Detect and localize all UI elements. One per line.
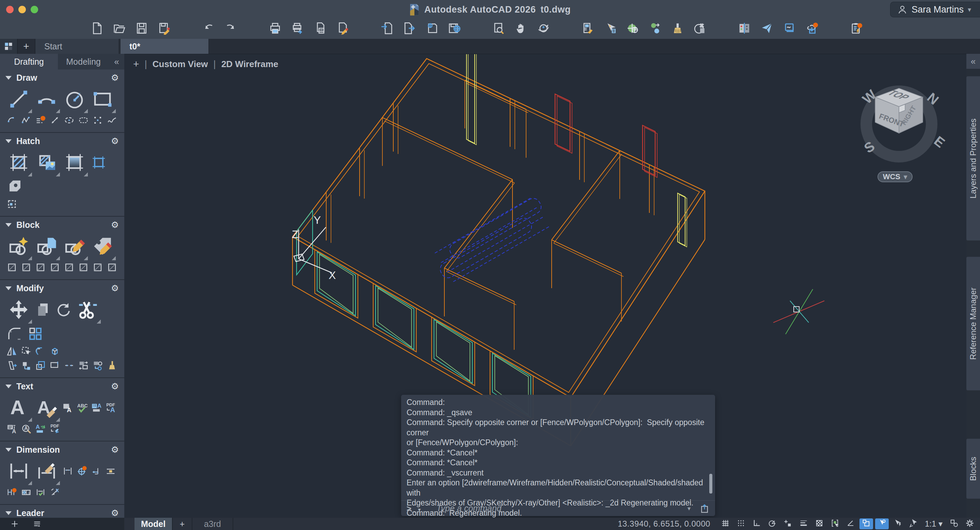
check-dim-tool-button[interactable] <box>33 486 48 500</box>
page-setup-button[interactable] <box>311 21 329 37</box>
text-style-brush-tool-button[interactable]: A <box>33 395 60 422</box>
recent-commands-chevron-icon[interactable]: ▾ <box>687 505 690 512</box>
dimension-style-brush-tool-button[interactable] <box>33 458 60 486</box>
block-editor-tool-button[interactable] <box>60 233 89 261</box>
gear-icon[interactable]: ⚙ <box>111 508 119 518</box>
pdf-import-text-tool-button[interactable]: PDFA <box>103 401 118 415</box>
annotation-visibility-toggle[interactable] <box>947 519 961 529</box>
measure-tool-button[interactable] <box>48 114 62 128</box>
transparency-toggle[interactable] <box>813 519 826 529</box>
gear-icon[interactable]: ⚙ <box>111 136 119 146</box>
boundary-tool-button[interactable] <box>89 153 109 173</box>
dimension-tool-button[interactable] <box>5 458 33 486</box>
markup-import-button[interactable] <box>780 21 798 37</box>
box-3d-tool-button[interactable] <box>48 345 62 359</box>
tab-start[interactable]: Start <box>35 39 118 54</box>
center-mark-tool-button[interactable] <box>75 465 89 479</box>
gear-icon[interactable]: ⚙ <box>111 381 119 392</box>
drawing-history-button[interactable] <box>646 21 664 37</box>
point-style-tool-button[interactable] <box>91 114 105 128</box>
viewport-visual-style-control[interactable]: 2D Wireframe <box>221 59 278 70</box>
wcs-dropdown[interactable]: WCS ▾ <box>878 171 913 182</box>
edit-polyline-tool-button[interactable] <box>48 359 62 373</box>
undo-button[interactable] <box>200 21 217 37</box>
hatch-image-tool-button[interactable] <box>33 149 60 177</box>
rectangle-tool-button[interactable] <box>89 86 116 114</box>
snap-lightning-toggle[interactable] <box>891 519 904 529</box>
layout-tab-a3rd[interactable]: a3rd <box>192 518 233 530</box>
hatch-edit-tool-button[interactable] <box>5 197 19 212</box>
collapse-right-strip-button[interactable]: « <box>966 54 980 69</box>
3d-move-tool-button[interactable] <box>19 359 33 373</box>
ortho-toggle[interactable] <box>750 519 764 529</box>
chevron-down-icon[interactable]: ▾ <box>418 506 420 513</box>
text-update-tool-button[interactable]: A <box>33 422 48 437</box>
spell-check-tool-button[interactable]: ABC <box>75 401 89 415</box>
object-snap-tracking-toggle[interactable] <box>875 519 889 529</box>
print-button[interactable] <box>266 21 284 37</box>
select-similar-tool-button[interactable] <box>19 345 33 359</box>
orbit-button[interactable] <box>535 21 552 37</box>
write-block-tool-button[interactable] <box>33 233 60 261</box>
selection-cycling-toggle[interactable] <box>828 519 842 529</box>
rotate-tool-button[interactable] <box>53 300 73 320</box>
compare-button[interactable] <box>735 21 753 37</box>
line-tool-button[interactable] <box>5 86 33 114</box>
gear-icon[interactable]: ⚙ <box>111 444 119 455</box>
add-viewport-button[interactable]: + <box>133 58 139 70</box>
save-button[interactable] <box>133 21 151 37</box>
align-tool-button[interactable] <box>76 359 91 373</box>
redo-button[interactable] <box>222 21 240 37</box>
attribute-manager-tool-button[interactable] <box>19 261 33 275</box>
zoom-button[interactable] <box>490 21 508 37</box>
jogged-dim-tool-button[interactable]: X <box>48 486 62 500</box>
section-header[interactable]: Text⚙ <box>0 379 124 393</box>
quick-select-button[interactable] <box>601 21 619 37</box>
tolerance-tool-button[interactable] <box>5 177 25 197</box>
mtext-tool-button[interactable]: A <box>5 395 33 422</box>
add-palette-icon[interactable] <box>10 519 19 528</box>
gear-icon[interactable]: ⚙ <box>111 220 119 230</box>
palette-list-icon[interactable] <box>33 519 41 528</box>
snap-toggle[interactable] <box>734 519 748 529</box>
mirror-tool-button[interactable] <box>5 345 19 359</box>
sync-attributes-tool-button[interactable] <box>76 261 91 275</box>
section-header[interactable]: Block⚙ <box>0 218 124 232</box>
section-header[interactable]: Hatch⚙ <box>0 134 124 148</box>
new-drawing-tab-button[interactable]: + <box>18 39 35 54</box>
etransmit-button[interactable] <box>445 21 463 37</box>
new-button[interactable] <box>88 21 105 37</box>
side-tab-blocks[interactable]: Blocks <box>966 439 980 499</box>
section-header[interactable]: Dimension⚙ <box>0 443 124 457</box>
count-button[interactable] <box>691 21 709 37</box>
find-text-tool-button[interactable]: A <box>19 422 33 437</box>
share-command-icon[interactable] <box>699 503 710 514</box>
spline-tool-button[interactable] <box>105 114 119 128</box>
ellipse-tool-button[interactable] <box>62 114 76 128</box>
command-input[interactable]: Type a command <box>436 503 687 513</box>
tab-modeling[interactable]: Modeling <box>58 54 109 70</box>
save-as-button[interactable] <box>155 21 173 37</box>
text-list-tool-button[interactable]: A <box>89 401 103 415</box>
update-dim-tool-button[interactable] <box>89 465 103 479</box>
purge-button[interactable] <box>669 21 686 37</box>
dynamic-ucs-toggle[interactable] <box>859 519 873 529</box>
tool-palettes-button[interactable] <box>579 21 597 37</box>
new-layout-button[interactable]: + <box>172 518 192 530</box>
export-button[interactable] <box>401 21 418 37</box>
move-tool-button[interactable] <box>5 296 33 324</box>
side-tab-reference-manager[interactable]: Reference Manager <box>966 257 980 390</box>
open-button[interactable] <box>110 21 128 37</box>
dimension-scale-tool-button[interactable] <box>103 465 118 479</box>
viewport-view-control[interactable]: Custom View <box>153 59 208 70</box>
polar-tracking-toggle[interactable] <box>765 519 779 529</box>
create-block-tool-button[interactable] <box>5 233 33 261</box>
command-scrollbar[interactable] <box>709 474 712 493</box>
annotation-scale-control[interactable]: 1:1 ▾ <box>922 519 945 528</box>
offset-tool-button[interactable] <box>33 345 48 359</box>
array-tool-button[interactable] <box>25 324 46 345</box>
import-button[interactable] <box>378 21 396 37</box>
join-tool-button[interactable] <box>62 359 76 373</box>
model-tab[interactable]: Model <box>135 518 172 530</box>
arc-continue-tool-button[interactable] <box>5 114 19 128</box>
